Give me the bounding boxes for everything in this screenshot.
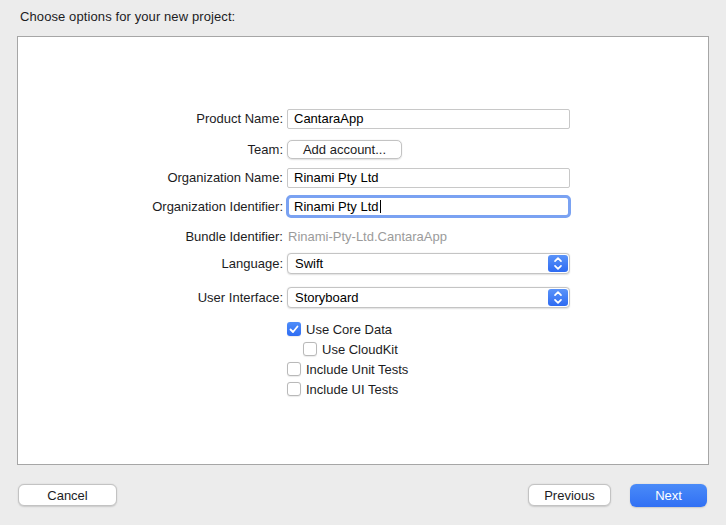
organization-identifier-value: Rinami Pty Ltd <box>294 199 379 214</box>
next-button[interactable]: Next <box>630 484 707 507</box>
product-name-value: CantaraApp <box>294 111 363 126</box>
cancel-button-label: Cancel <box>47 488 87 503</box>
use-core-data-checkbox[interactable] <box>287 322 301 336</box>
use-cloudkit-label[interactable]: Use CloudKit <box>322 342 398 357</box>
user-interface-label: User Interface: <box>40 287 283 308</box>
product-name-field[interactable]: CantaraApp <box>287 109 570 129</box>
use-cloudkit-checkbox[interactable] <box>303 342 317 356</box>
popup-stepper-icon <box>548 255 568 272</box>
dialog-title: Choose options for your new project: <box>20 9 235 24</box>
bundle-identifier-value: Rinami-Pty-Ltd.CantaraApp <box>288 229 447 245</box>
new-project-options-dialog: Choose options for your new project: Pro… <box>0 0 726 525</box>
organization-identifier-field[interactable]: Rinami Pty Ltd <box>286 195 571 218</box>
include-unit-tests-label[interactable]: Include Unit Tests <box>306 362 408 377</box>
previous-button-label: Previous <box>544 488 595 503</box>
checkmark-icon <box>289 325 299 334</box>
include-ui-tests-checkbox[interactable] <box>287 382 301 396</box>
include-ui-tests-label[interactable]: Include UI Tests <box>306 382 398 397</box>
organization-name-label: Organization Name: <box>40 168 283 188</box>
options-panel <box>17 36 709 465</box>
team-label: Team: <box>40 140 283 159</box>
product-name-label: Product Name: <box>40 109 283 129</box>
organization-name-value: Rinami Pty Ltd <box>294 170 379 185</box>
user-interface-popup[interactable]: Storyboard <box>287 287 570 308</box>
use-core-data-row: Use Core Data <box>287 321 392 337</box>
organization-name-field[interactable]: Rinami Pty Ltd <box>287 168 570 188</box>
bundle-identifier-label: Bundle Identifier: <box>40 229 283 245</box>
use-core-data-label[interactable]: Use Core Data <box>306 322 392 337</box>
include-unit-tests-checkbox[interactable] <box>287 362 301 376</box>
user-interface-popup-value: Storyboard <box>295 290 359 305</box>
organization-identifier-label: Organization Identifier: <box>40 195 283 218</box>
next-button-label: Next <box>655 488 682 503</box>
previous-button[interactable]: Previous <box>528 484 611 506</box>
language-popup[interactable]: Swift <box>287 253 570 274</box>
add-account-button[interactable]: Add account... <box>287 140 402 159</box>
add-account-button-label: Add account... <box>303 142 386 157</box>
text-caret <box>380 200 381 213</box>
cancel-button[interactable]: Cancel <box>18 484 117 506</box>
language-popup-value: Swift <box>295 256 323 271</box>
include-ui-tests-row: Include UI Tests <box>287 381 398 397</box>
language-label: Language: <box>40 253 283 274</box>
use-cloudkit-row: Use CloudKit <box>303 341 398 357</box>
popup-stepper-icon <box>548 289 568 306</box>
include-unit-tests-row: Include Unit Tests <box>287 361 408 377</box>
